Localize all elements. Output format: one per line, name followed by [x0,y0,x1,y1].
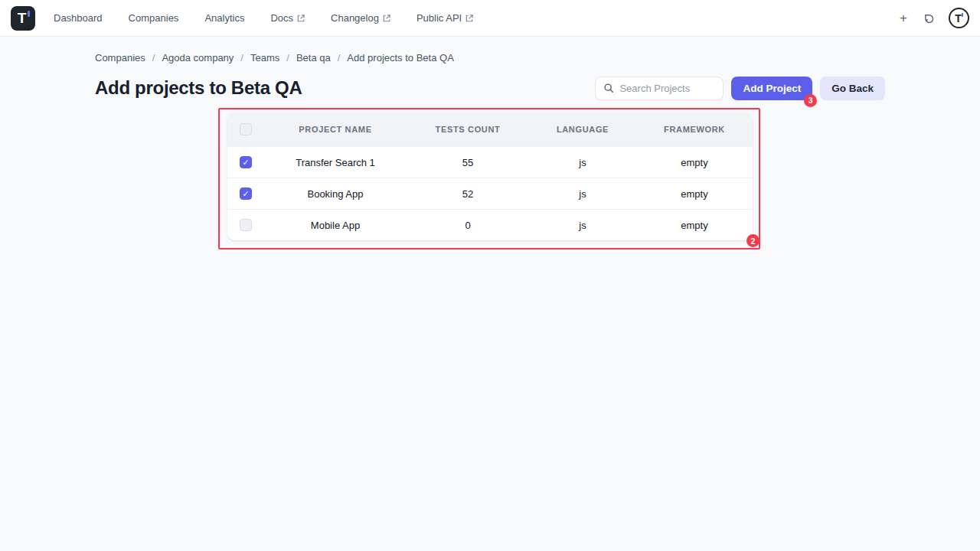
framework-cell: empty [636,188,753,200]
table-row[interactable]: Transfer Search 1 55 js empty [227,146,753,178]
external-link-icon [383,15,390,22]
breadcrumb-item-beta-qa[interactable]: Beta qa [296,52,331,64]
activity-icon[interactable] [921,11,935,25]
column-header-tests-count: TESTS COUNT [407,125,529,134]
nav-item-changelog[interactable]: Changelog [331,12,390,24]
row-checkbox-cell [227,219,264,231]
table-header-row: PROJECT NAME TESTS COUNT LANGUAGE FRAMEW… [227,112,753,146]
nav-item-label: Changelog [331,12,379,24]
breadcrumb-separator: / [338,52,341,64]
language-cell: js [529,220,636,231]
select-all-checkbox[interactable] [240,123,252,135]
column-header-framework: FRAMEWORK [636,125,753,134]
table-row[interactable]: Mobile App 0 js empty [227,209,753,240]
breadcrumb: Companies / Agoda company / Teams / Beta… [95,52,885,64]
projects-table-zone: 2 PROJECT NAME TESTS COUNT LANGUAGE FRAM… [227,112,753,240]
add-project-wrap: Add Project 3 [731,77,812,100]
nav-item-label: Docs [270,12,293,24]
nav-item-docs[interactable]: Docs [270,12,305,24]
column-header-language: LANGUAGE [529,125,636,134]
main-content: Companies / Agoda company / Teams / Beta… [95,37,885,240]
nav-item-label: Dashboard [54,12,103,24]
nav-item-label: Analytics [204,12,244,24]
logo-letter: T [18,11,27,25]
add-project-button[interactable]: Add Project [731,77,812,100]
avatar-tick-icon [962,13,963,17]
search-box[interactable] [595,77,724,100]
breadcrumb-separator: / [240,52,243,64]
tests-count-cell: 55 [407,157,529,168]
breadcrumb-item-current: Add projects to Beta QA [347,52,453,64]
search-input[interactable] [619,83,715,94]
annotation-badge-3: 3 [804,94,817,107]
nav-item-label: Companies [129,12,179,24]
row-checkbox[interactable] [240,219,252,231]
title-row: Add projects to Beta QA Add Project 3 Go… [95,76,885,100]
logo-tick-icon [28,11,30,17]
framework-cell: empty [636,220,753,231]
toolbar: Add Project 3 Go Back [595,77,885,100]
nav-item-analytics[interactable]: Analytics [204,12,244,24]
tests-count-cell: 0 [407,220,529,231]
go-back-button[interactable]: Go Back [820,77,885,100]
projects-table: PROJECT NAME TESTS COUNT LANGUAGE FRAMEW… [227,112,753,240]
project-name-cell: Booking App [264,188,407,200]
external-link-icon [466,15,473,22]
search-icon [603,83,614,93]
header-checkbox-cell [227,123,264,135]
framework-cell: empty [636,157,753,168]
language-cell: js [529,188,636,200]
row-checkbox-cell [227,156,264,168]
tests-count-cell: 52 [407,188,529,200]
breadcrumb-item-companies[interactable]: Companies [95,52,145,64]
app-logo[interactable]: T [11,6,35,31]
row-checkbox-cell [227,187,264,200]
user-avatar[interactable]: T [949,8,969,28]
breadcrumb-separator: / [152,52,155,64]
plus-icon[interactable]: + [900,11,907,24]
nav-item-dashboard[interactable]: Dashboard [54,12,103,24]
table-row[interactable]: Booking App 52 js empty [227,178,753,209]
nav-item-public-api[interactable]: Public API [416,12,473,24]
language-cell: js [529,157,636,168]
primary-nav: Dashboard Companies Analytics Docs Chang… [54,12,473,24]
annotation-badge-2: 2 [746,234,760,247]
avatar-letter: T [955,13,962,24]
row-checkbox[interactable] [240,156,252,168]
top-navbar: T Dashboard Companies Analytics Docs Cha… [0,0,980,37]
breadcrumb-item-agoda-company[interactable]: Agoda company [162,52,234,64]
breadcrumb-item-teams[interactable]: Teams [250,52,279,64]
project-name-cell: Mobile App [264,220,407,231]
row-checkbox[interactable] [240,187,252,200]
project-name-cell: Transfer Search 1 [264,157,407,168]
nav-item-label: Public API [416,12,462,24]
external-link-icon [297,15,305,22]
page-title: Add projects to Beta QA [95,77,302,99]
breadcrumb-separator: / [286,52,289,64]
navbar-right-actions: + T [900,8,969,28]
column-header-project-name: PROJECT NAME [264,125,407,134]
nav-item-companies[interactable]: Companies [129,12,179,24]
